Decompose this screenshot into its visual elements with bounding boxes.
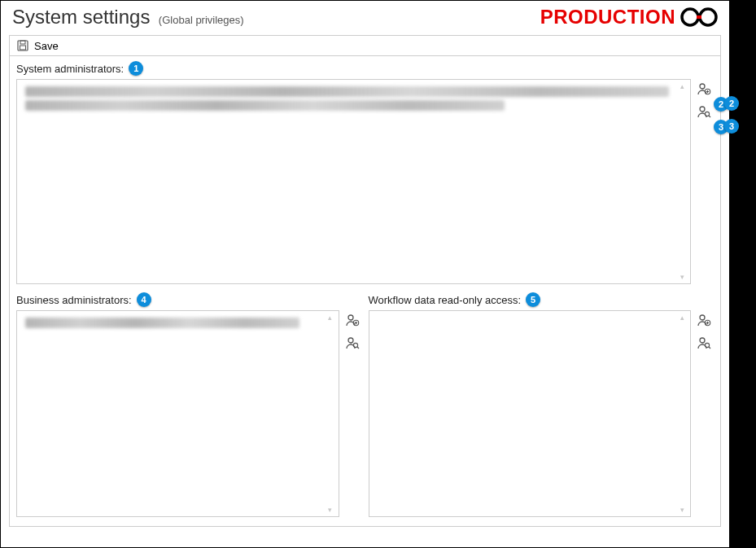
business-admins-label-row: Business administrators: 4 (16, 292, 362, 307)
svg-point-6 (700, 84, 705, 89)
svg-point-20 (700, 315, 705, 320)
environment-label: PRODUCTION (540, 6, 718, 28)
scroll-down-icon: ▾ (327, 506, 334, 513)
svg-point-18 (353, 343, 357, 347)
callout-badge-5: 5 (526, 292, 540, 307)
search-user-button[interactable] (697, 103, 713, 120)
environment-text: PRODUCTION (540, 6, 675, 28)
svg-point-13 (348, 315, 353, 320)
page-title: System settings (12, 6, 150, 28)
system-admins-label: System administrators: (16, 63, 124, 75)
svg-line-12 (709, 116, 710, 117)
user-search-icon (697, 104, 711, 119)
add-user-button[interactable] (345, 312, 361, 328)
business-admins-label: Business administrators: (16, 294, 132, 306)
user-add-icon (697, 313, 711, 327)
redacted-user-line (25, 100, 505, 111)
svg-point-1 (700, 9, 716, 25)
user-add-icon (345, 313, 360, 327)
svg-point-10 (700, 107, 705, 112)
business-admins-listbox[interactable]: ▴ ▾ (16, 310, 339, 517)
page-subtitle: (Global privileges) (159, 14, 244, 26)
save-button[interactable]: Save (34, 40, 59, 52)
scroll-up-icon: ▴ (679, 83, 685, 90)
svg-point-24 (700, 338, 705, 343)
svg-point-11 (705, 112, 709, 116)
add-user-button[interactable] (697, 81, 713, 97)
scroll-down-icon: ▾ (679, 274, 685, 280)
user-search-icon (345, 335, 360, 350)
callout-badge-4: 4 (137, 292, 151, 307)
redacted-user-line (25, 86, 669, 97)
svg-line-26 (709, 347, 710, 349)
svg-point-0 (682, 9, 698, 25)
workflow-readonly-label: Workflow data read-only access: (369, 294, 522, 306)
scroll-up-icon: ▴ (327, 314, 334, 321)
callout-badge-3-overlay: 3 (724, 119, 739, 134)
environment-logo-icon (680, 6, 718, 28)
system-admins-label-row: System administrators: 1 (16, 61, 714, 76)
workflow-readonly-listbox[interactable]: ▴ ▾ (369, 310, 692, 517)
workflow-readonly-label-row: Workflow data read-only access: 5 (369, 292, 714, 307)
svg-point-17 (348, 338, 353, 343)
add-user-button[interactable] (697, 312, 713, 328)
svg-point-25 (705, 343, 709, 347)
search-user-button[interactable] (697, 335, 713, 351)
system-admins-listbox[interactable]: ▴ ▾ (16, 79, 691, 284)
callout-badge-1: 1 (129, 61, 143, 76)
user-add-icon (697, 81, 711, 96)
scroll-up-icon: ▴ (679, 314, 685, 321)
scroll-down-icon: ▾ (679, 506, 685, 513)
redacted-user-line (25, 318, 299, 328)
save-icon[interactable] (16, 39, 29, 52)
callout-badge-2-overlay: 2 (724, 96, 739, 111)
svg-line-19 (357, 347, 359, 349)
page-header: System settings (Global privileges) PROD… (1, 1, 729, 32)
svg-rect-5 (20, 46, 26, 50)
toolbar: Save (9, 35, 721, 56)
search-user-button[interactable] (345, 335, 361, 351)
user-search-icon (697, 335, 711, 350)
